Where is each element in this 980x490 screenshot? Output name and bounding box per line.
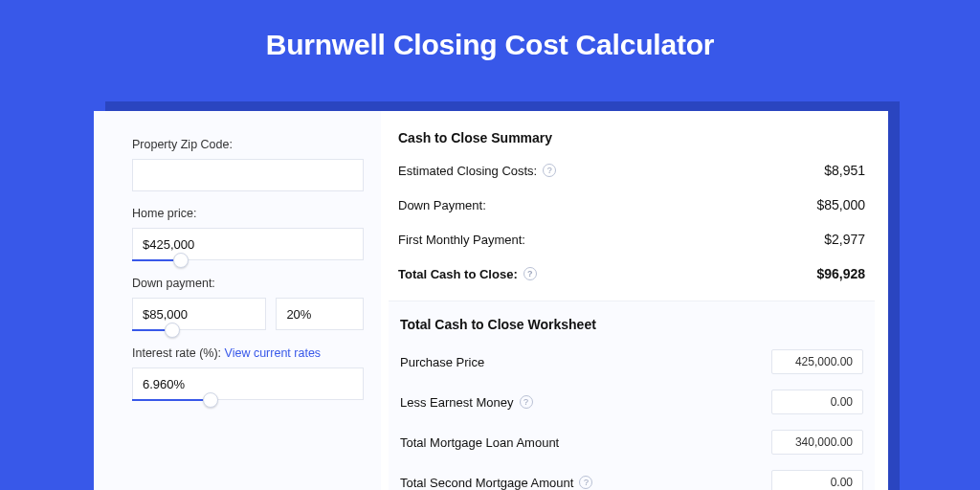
page-title: Burnwell Closing Cost Calculator: [0, 0, 980, 84]
summary-row-value: $2,977: [824, 232, 865, 247]
summary-row-value: $8,951: [824, 163, 865, 178]
home-price-input[interactable]: [132, 228, 364, 260]
zip-input[interactable]: [132, 159, 364, 191]
help-icon[interactable]: ?: [520, 395, 533, 409]
slider-thumb[interactable]: [173, 253, 189, 268]
worksheet-row-value[interactable]: 425,000.00: [771, 349, 863, 374]
worksheet-row-value[interactable]: 0.00: [771, 470, 863, 490]
interest-rate-input[interactable]: [132, 368, 364, 400]
interest-rate-label: Interest rate (%):: [132, 346, 221, 360]
worksheet-title: Total Cash to Close Worksheet: [400, 317, 865, 332]
help-icon[interactable]: ?: [523, 267, 537, 280]
down-payment-slider[interactable]: [132, 329, 276, 331]
view-current-rates-link[interactable]: View current rates: [225, 346, 322, 360]
summary-row-label: First Monthly Payment:: [398, 233, 525, 247]
summary-row: Down Payment: $85,000: [398, 197, 865, 212]
worksheet-row-label: Total Second Mortgage Amount: [400, 476, 573, 490]
worksheet-row-value[interactable]: 0.00: [771, 390, 863, 414]
summary-total-value: $96,928: [816, 266, 865, 281]
interest-rate-slider[interactable]: [132, 399, 364, 401]
inputs-panel: Property Zip Code: Home price: Down paym…: [94, 111, 381, 490]
worksheet-row: Purchase Price 425,000.00: [398, 349, 865, 374]
help-icon[interactable]: ?: [579, 476, 592, 489]
worksheet-row: Total Mortgage Loan Amount 340,000.00: [398, 430, 865, 455]
interest-rate-field: Interest rate (%): View current rates: [132, 346, 364, 401]
slider-track: [132, 399, 211, 401]
worksheet-row-value[interactable]: 340,000.00: [771, 430, 863, 455]
summary-total-row: Total Cash to Close: ? $96,928: [398, 266, 865, 281]
summary-row: First Monthly Payment: $2,977: [398, 232, 865, 247]
help-icon[interactable]: ?: [543, 164, 556, 177]
summary-row: Estimated Closing Costs: ? $8,951: [398, 163, 865, 178]
home-price-label: Home price:: [132, 207, 364, 220]
down-payment-label: Down payment:: [132, 277, 364, 290]
worksheet-row: Less Earnest Money ? 0.00: [398, 390, 865, 414]
results-panel: Cash to Close Summary Estimated Closing …: [381, 111, 888, 490]
worksheet-row-label: Less Earnest Money: [400, 395, 514, 410]
summary-total-label: Total Cash to Close:: [398, 267, 518, 281]
zip-label: Property Zip Code:: [132, 138, 364, 151]
summary-row-label: Down Payment:: [398, 198, 486, 212]
down-payment-field: Down payment:: [132, 277, 364, 331]
summary-title: Cash to Close Summary: [398, 130, 865, 145]
down-payment-input[interactable]: [132, 298, 266, 330]
worksheet-row: Total Second Mortgage Amount ? 0.00: [398, 470, 865, 490]
slider-thumb[interactable]: [165, 323, 180, 338]
calculator-card: Property Zip Code: Home price: Down paym…: [94, 111, 888, 490]
home-price-field: Home price:: [132, 207, 364, 261]
slider-thumb[interactable]: [203, 392, 218, 408]
zip-field: Property Zip Code:: [132, 138, 364, 191]
down-payment-pct-input[interactable]: [276, 298, 364, 330]
home-price-slider[interactable]: [132, 259, 364, 261]
summary-row-label: Estimated Closing Costs:: [398, 164, 537, 178]
worksheet-panel: Total Cash to Close Worksheet Purchase P…: [389, 301, 875, 490]
worksheet-row-label: Purchase Price: [400, 355, 484, 369]
worksheet-row-label: Total Mortgage Loan Amount: [400, 435, 559, 450]
summary-row-value: $85,000: [816, 197, 865, 212]
